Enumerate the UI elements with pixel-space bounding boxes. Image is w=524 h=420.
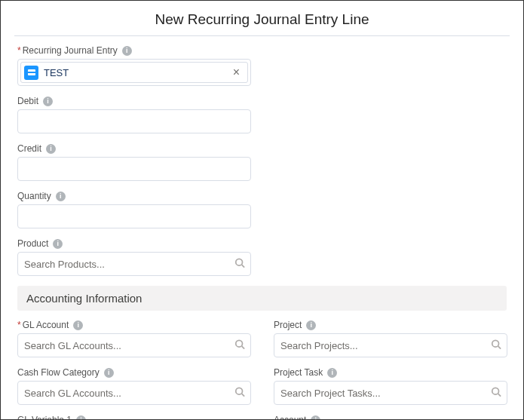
pill-label: TEST <box>44 67 230 78</box>
svg-rect-1 <box>27 72 36 73</box>
field-debit: Debit i <box>17 96 507 133</box>
modal-header: New Recurring Journal Entry Line <box>14 1 510 36</box>
field-account: Account i <box>274 415 507 420</box>
record-icon <box>24 66 38 80</box>
field-gl-variable-1: GL Variable 1 i <box>17 415 251 420</box>
label-project: Project i <box>274 320 507 330</box>
label-account: Account i <box>274 415 507 420</box>
required-marker: * <box>17 45 21 56</box>
input-project-task[interactable] <box>274 381 507 405</box>
info-icon[interactable]: i <box>311 415 320 421</box>
label-text: Project <box>274 320 302 330</box>
selected-pill: TEST × <box>20 62 248 83</box>
modal: New Recurring Journal Entry Line * Recur… <box>0 0 524 420</box>
info-icon[interactable]: i <box>73 320 83 330</box>
accounting-columns: * GL Account i Cash Flow Category i <box>17 320 507 420</box>
label-credit: Credit i <box>17 143 507 154</box>
info-icon[interactable]: i <box>76 415 86 421</box>
label-project-task: Project Task i <box>274 367 507 378</box>
label-gl-variable-1: GL Variable 1 i <box>17 415 251 420</box>
input-quantity[interactable] <box>17 204 251 228</box>
label-text: GL Account <box>23 320 69 330</box>
field-credit: Credit i <box>17 143 507 181</box>
field-project: Project i <box>274 320 507 357</box>
info-icon[interactable]: i <box>104 368 114 378</box>
label-text: Cash Flow Category <box>17 367 100 378</box>
input-cash-flow-category[interactable] <box>17 381 251 405</box>
label-quantity: Quantity i <box>17 191 507 201</box>
info-icon[interactable]: i <box>306 320 316 330</box>
label-debit: Debit i <box>17 96 507 106</box>
page-title: New Recurring Journal Entry Line <box>14 11 510 28</box>
info-icon[interactable]: i <box>327 368 337 378</box>
label-gl-account: * GL Account i <box>17 320 251 330</box>
column-right: Project i Project Task i <box>274 320 507 420</box>
input-credit[interactable] <box>17 157 251 181</box>
section-accounting-information: Accounting Information <box>17 286 507 311</box>
info-icon[interactable]: i <box>43 97 53 106</box>
field-quantity: Quantity i <box>17 191 507 228</box>
info-icon[interactable]: i <box>122 46 132 56</box>
column-left: * GL Account i Cash Flow Category i <box>17 320 251 420</box>
input-project[interactable] <box>274 333 507 357</box>
required-marker: * <box>17 320 21 330</box>
input-gl-account[interactable] <box>17 333 251 357</box>
field-recurring-journal-entry: * Recurring Journal Entry i TEST × <box>17 45 507 86</box>
field-product: Product i <box>17 238 507 276</box>
field-gl-account: * GL Account i <box>17 320 251 357</box>
info-icon[interactable]: i <box>56 192 66 201</box>
label-recurring-journal-entry: * Recurring Journal Entry i <box>17 45 507 56</box>
lookup-product <box>17 252 251 276</box>
label-product: Product i <box>17 238 507 249</box>
label-text: Debit <box>17 96 38 106</box>
info-icon[interactable]: i <box>53 239 63 249</box>
label-text: Credit <box>17 143 41 154</box>
input-product[interactable] <box>17 252 251 276</box>
lookup-cash-flow-category <box>17 381 251 405</box>
lookup-recurring-journal-entry[interactable]: TEST × <box>17 59 251 86</box>
label-text: Quantity <box>17 191 51 201</box>
lookup-project-task <box>274 381 507 405</box>
input-debit[interactable] <box>17 109 251 133</box>
label-text: Project Task <box>274 367 323 378</box>
label-text: Account <box>274 415 306 420</box>
label-cash-flow-category: Cash Flow Category i <box>17 367 251 378</box>
label-text: GL Variable 1 <box>17 415 72 420</box>
field-project-task: Project Task i <box>274 367 507 405</box>
lookup-gl-account <box>17 333 251 357</box>
info-icon[interactable]: i <box>46 144 56 154</box>
label-text: Product <box>17 238 48 249</box>
label-text: Recurring Journal Entry <box>23 45 118 56</box>
remove-icon[interactable]: × <box>230 66 243 78</box>
lookup-project <box>274 333 507 357</box>
form-body: * Recurring Journal Entry i TEST × Debit… <box>1 36 523 420</box>
field-cash-flow-category: Cash Flow Category i <box>17 367 251 405</box>
